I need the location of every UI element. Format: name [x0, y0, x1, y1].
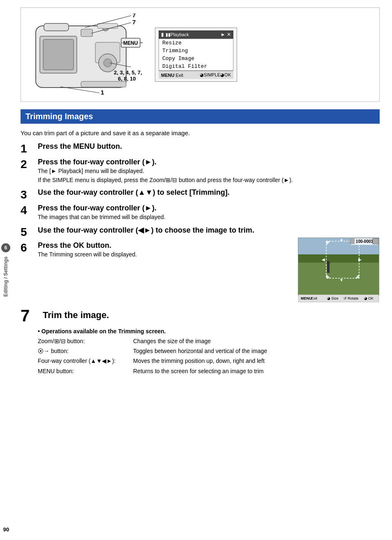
svg-text:↺: ↺ — [344, 296, 347, 300]
camera-diagram: 7 7 2, 3, 4, 5, 7, 9 6, 8, 10 1 MENU — [28, 14, 143, 96]
ops-label-1: Zoom/⊞/⊟ button: — [38, 337, 128, 345]
section-title: Trimming Images — [25, 112, 93, 121]
svg-text:Exit: Exit — [311, 296, 318, 300]
menu-item-filter: Digital Filter — [159, 62, 233, 70]
chapter-label: Editing / Settings — [3, 256, 9, 297]
svg-rect-40 — [350, 238, 355, 244]
step-1-number: 1 — [21, 142, 38, 155]
intro-text: You can trim part of a picture and save … — [21, 129, 380, 136]
step-5-number: 5 — [21, 226, 38, 238]
svg-rect-3 — [43, 39, 74, 70]
menu-item-trimming: Trimming — [159, 47, 233, 55]
svg-rect-27 — [298, 254, 379, 263]
svg-text:◕: ◕ — [327, 296, 330, 300]
svg-text:7: 7 — [132, 14, 136, 18]
step-2-desc-1: The [► Playback] menu will be displayed. — [38, 167, 380, 175]
ops-value-4: Returns to the screen for selecting an i… — [133, 367, 380, 375]
step-4-desc: The images that can be trimmed will be d… — [38, 213, 380, 222]
step-6-number: 6 — [21, 241, 38, 254]
section-heading: Trimming Images — [21, 109, 380, 124]
svg-text:◀: ◀ — [322, 257, 325, 262]
trimming-screen: ▲ ▼ ◀ ▶ 100-0001 MENU — [297, 237, 380, 304]
svg-text:1: 1 — [101, 89, 104, 96]
step-7-title: Trim the image. — [43, 307, 109, 321]
step-7-number: 7 — [21, 307, 43, 324]
svg-rect-4 — [81, 29, 92, 37]
ops-header: Operations available on the Trimming scr… — [38, 328, 380, 335]
step-4: 4 Press the four-way controller (►). The… — [21, 204, 380, 222]
step-1: 1 Press the MENU button. — [21, 142, 380, 155]
svg-text:6, 8, 10: 6, 8, 10 — [118, 76, 136, 82]
ops-value-2: Toggles between horizontal and vertical … — [133, 347, 380, 355]
svg-rect-10 — [81, 81, 126, 87]
step-2-number: 2 — [21, 158, 38, 170]
step-3-content: Use the four-way controller (▲▼) to sele… — [38, 188, 380, 198]
step-6-desc: The Trimming screen will be displayed. — [38, 251, 293, 259]
step-1-content: Press the MENU button. — [38, 142, 380, 152]
ops-label-2: ⦿→ button: — [38, 347, 128, 355]
step-2-content: Press the four-way controller (►). The [… — [38, 158, 380, 185]
diagram-box: 7 7 2, 3, 4, 5, 7, 9 6, 8, 10 1 MENU — [21, 7, 380, 102]
ops-grid: Zoom/⊞/⊟ button: Changes the size of the… — [38, 337, 380, 375]
menu-screen: ▮ ▮▮Playback ► ✕ Resize Trimming Copy Im… — [155, 28, 237, 82]
step-5-content: Use the four-way controller (◀►) to choo… — [38, 226, 380, 235]
svg-text:MENU: MENU — [123, 40, 138, 46]
svg-rect-42 — [373, 238, 378, 244]
step-5: 5 Use the four-way controller (◀►) to ch… — [21, 226, 380, 238]
menu-footer-right: ◕SIMPLE◕OK — [200, 72, 231, 78]
step-4-title: Press the four-way controller (►). — [38, 204, 380, 212]
step-1-title: Press the MENU button. — [38, 142, 380, 151]
step-6-content: Press the OK button. The Trimming screen… — [38, 241, 380, 304]
step-4-content: Press the four-way controller (►). The i… — [38, 204, 380, 222]
step-6: 6 Press the OK button. The Trimming scre… — [21, 241, 380, 304]
svg-text:7: 7 — [132, 18, 136, 25]
ops-label-4: MENU button: — [38, 367, 128, 375]
svg-text:▶: ▶ — [358, 257, 362, 262]
step-6-layout: Press the OK button. The Trimming screen… — [38, 241, 380, 304]
menu-item-resize: Resize — [159, 39, 233, 47]
page-number: 90 — [0, 526, 12, 533]
svg-text:100-0001: 100-0001 — [356, 239, 374, 244]
menu-screen-body: Resize Trimming Copy Image Digital Filte… — [159, 39, 233, 71]
svg-rect-6 — [97, 23, 118, 28]
step-2-title: Press the four-way controller (►). — [38, 158, 380, 166]
step-3-number: 3 — [21, 188, 38, 201]
svg-rect-28 — [327, 264, 330, 273]
svg-rect-1 — [44, 23, 69, 31]
svg-text:▼: ▼ — [339, 278, 344, 282]
step-4-number: 4 — [21, 204, 38, 216]
ops-value-1: Changes the size of the image — [133, 337, 380, 345]
svg-text:2, 3, 4, 5, 7, 9: 2, 3, 4, 5, 7, 9 — [114, 69, 143, 76]
ops-label-3: Four-way controller (▲▼◀►): — [38, 357, 128, 365]
operations: Operations available on the Trimming scr… — [38, 328, 380, 375]
step-3: 3 Use the four-way controller (▲▼) to se… — [21, 188, 380, 201]
step-6-title: Press the OK button. — [38, 241, 293, 250]
svg-point-29 — [327, 261, 330, 264]
ops-value-3: Moves the trimming position up, down, ri… — [133, 357, 380, 365]
step-3-title: Use the four-way controller (▲▼) to sele… — [38, 188, 380, 197]
step-5-title: Use the four-way controller (◀►) to choo… — [38, 226, 380, 235]
menu-screen-header: ▮ ▮▮Playback ► ✕ — [159, 30, 233, 39]
svg-text:Size: Size — [331, 296, 339, 300]
svg-text:◕: ◕ — [364, 296, 367, 300]
step-2: 2 Press the four-way controller (►). The… — [21, 158, 380, 185]
menu-footer-left: MENU Exit — [161, 73, 183, 78]
chapter-tab: 6 Editing / Settings — [0, 243, 12, 297]
svg-text:MENU: MENU — [301, 296, 312, 300]
chapter-number: 6 — [1, 243, 10, 252]
step-7: 7 Trim the image. — [21, 307, 380, 324]
svg-text:Rotate: Rotate — [348, 296, 359, 300]
menu-footer: MENU Exit ◕SIMPLE◕OK — [159, 71, 233, 79]
main-content: 7 7 2, 3, 4, 5, 7, 9 6, 8, 10 1 MENU — [12, 0, 392, 383]
svg-text:OK: OK — [368, 296, 374, 300]
svg-text:▲: ▲ — [339, 237, 344, 242]
sidebar: 90 6 Editing / Settings — [0, 0, 12, 540]
step-6-text: Press the OK button. The Trimming screen… — [38, 241, 293, 260]
menu-item-copy: Copy Image — [159, 55, 233, 62]
step-2-desc-2: If the SIMPLE menu is displayed, press t… — [38, 176, 380, 185]
